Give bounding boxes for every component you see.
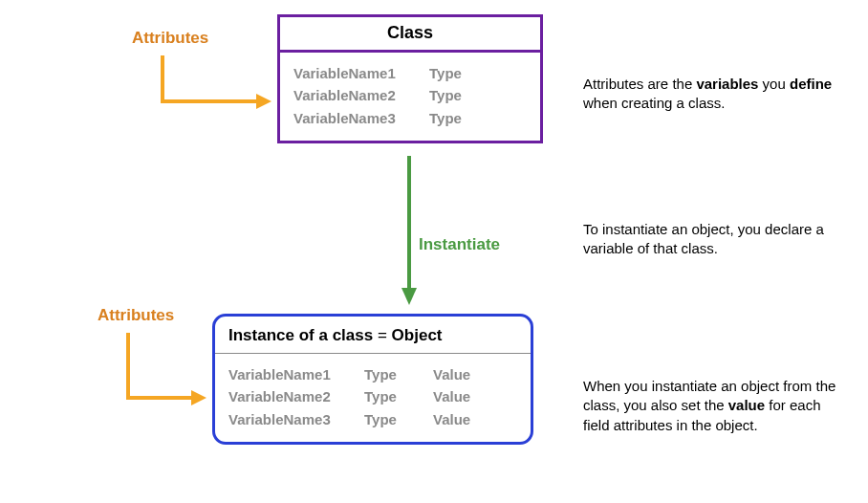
object-row: VariableName1 Type Value <box>228 363 517 385</box>
var-name: VariableName2 <box>228 385 343 407</box>
desc-text: Attributes are the <box>583 76 696 92</box>
var-type: Type <box>429 84 477 106</box>
object-title-prefix: Instance of a class <box>228 326 373 344</box>
class-row: VariableName1 Type <box>293 62 527 84</box>
var-value: Value <box>433 385 481 407</box>
var-type: Type <box>364 408 412 430</box>
instantiate-label: Instantiate <box>419 235 500 254</box>
description-object-values: When you instantiate an object from the … <box>583 377 851 435</box>
object-box: Instance of a class = Object VariableNam… <box>212 314 533 445</box>
var-type: Type <box>364 363 412 385</box>
var-name: VariableName3 <box>228 408 343 430</box>
object-title-obj: Object <box>392 326 443 344</box>
var-type: Type <box>364 385 412 407</box>
description-attributes: Attributes are the variables you define … <box>583 75 851 114</box>
var-type: Type <box>429 62 477 84</box>
var-name: VariableName1 <box>228 363 343 385</box>
object-box-title: Instance of a class = Object <box>215 317 531 345</box>
description-instantiate: To instantiate an object, you declare a … <box>583 220 851 259</box>
class-box-body: VariableName1 Type VariableName2 Type Va… <box>280 53 540 141</box>
class-box-title: Class <box>280 17 540 53</box>
class-box: Class VariableName1 Type VariableName2 T… <box>277 14 543 143</box>
class-row: VariableName2 Type <box>293 84 527 106</box>
var-type: Type <box>429 107 477 129</box>
attributes-label-top: Attributes <box>132 29 208 48</box>
attributes-label-bottom: Attributes <box>98 306 174 325</box>
object-title-eq: = <box>378 326 387 344</box>
var-name: VariableName2 <box>293 84 408 106</box>
object-box-body: VariableName1 Type Value VariableName2 T… <box>215 354 531 442</box>
var-name: VariableName1 <box>293 62 408 84</box>
arrow-instantiate <box>396 156 424 309</box>
desc-bold: value <box>728 397 765 413</box>
desc-text: when creating a class. <box>583 95 725 111</box>
var-value: Value <box>433 408 481 430</box>
arrow-attributes-bottom <box>119 329 224 415</box>
class-row: VariableName3 Type <box>293 107 527 129</box>
var-name: VariableName3 <box>293 107 408 129</box>
object-row: VariableName3 Type Value <box>228 408 517 430</box>
var-value: Value <box>433 363 481 385</box>
desc-text: you <box>758 76 790 92</box>
desc-bold: variables <box>696 76 758 92</box>
desc-bold: define <box>790 76 832 92</box>
object-row: VariableName2 Type Value <box>228 385 517 407</box>
arrow-attributes-top <box>153 52 287 119</box>
